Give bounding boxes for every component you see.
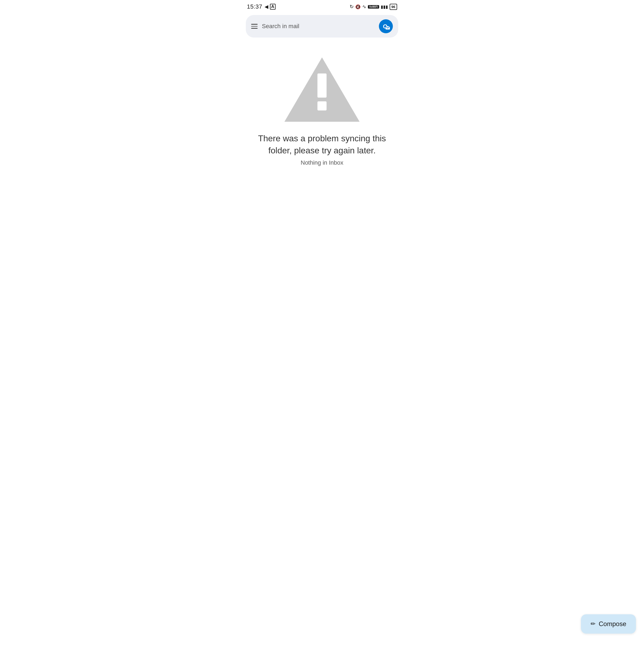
exclamation-dot	[317, 101, 327, 111]
warning-icon	[284, 57, 360, 122]
search-bar[interactable]: Search in mail O	[246, 15, 398, 38]
warning-triangle	[284, 57, 360, 122]
exclamation-mark	[317, 73, 327, 111]
status-icons-left: ◀ A	[265, 4, 276, 10]
status-left: 15:37 ◀ A	[247, 3, 275, 10]
status-right: ↻ 🔇 ∿ VoWiFi ▮▮▮ 96	[349, 4, 397, 10]
error-subtitle: Nothing in Inbox	[252, 159, 392, 166]
error-title: There was a problem syncing this folder,…	[252, 133, 392, 157]
vowifi-badge: VoWiFi	[368, 5, 379, 9]
error-message: There was a problem syncing this folder,…	[252, 133, 392, 166]
keyboard-icon: A	[270, 4, 276, 10]
main-content: There was a problem syncing this folder,…	[242, 41, 402, 180]
wifi-icon: ∿	[362, 4, 366, 10]
signal-icon: ▮▮▮	[381, 4, 388, 9]
search-bar-container: Search in mail O	[242, 12, 402, 41]
exclamation-bar	[317, 73, 327, 97]
search-input-placeholder[interactable]: Search in mail	[262, 23, 375, 30]
bluetooth-icon: ↻	[349, 4, 353, 10]
status-bar: 15:37 ◀ A ↻ 🔇 ∿ VoWiFi ▮▮▮ 96	[242, 0, 402, 12]
navigation-icon: ◀	[265, 4, 268, 10]
hamburger-menu-icon[interactable]	[251, 24, 258, 29]
status-time: 15:37	[247, 3, 262, 10]
battery-indicator: 96	[390, 4, 397, 10]
outlook-avatar[interactable]: O	[379, 19, 393, 33]
vibrate-icon: 🔇	[355, 4, 361, 9]
